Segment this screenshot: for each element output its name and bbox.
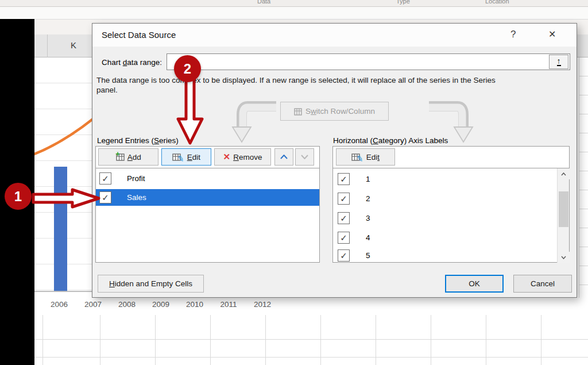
column-divider xyxy=(47,34,48,57)
ribbon-group-location: Location xyxy=(485,0,509,5)
ribbon-group-type: Type xyxy=(396,0,410,5)
move-series-down-button[interactable] xyxy=(295,148,314,166)
chart-data-range-input[interactable] xyxy=(167,53,570,70)
category-axis-listbox: ✎ Edit ✓ 1 ✓ 2 ✓ 3 ✓ 4 ✓ 5 xyxy=(332,146,570,263)
x-axis-label: 2008 xyxy=(114,300,140,309)
range-too-complex-message: The data range is too complex to be disp… xyxy=(96,75,575,95)
dialog-titlebar[interactable]: Select Data Source ? ✕ xyxy=(92,24,577,47)
curved-arrow-left xyxy=(229,101,277,148)
switch-row-column-button[interactable]: Switch Row/Column xyxy=(280,102,389,121)
pencil-icon: ✎ xyxy=(177,153,185,164)
ribbon-group-data: Data xyxy=(257,0,270,5)
scrollbar-thumb[interactable] xyxy=(559,191,568,227)
hidden-cells-label: Hidden and Empty Cells xyxy=(109,279,192,288)
category-label: 2 xyxy=(366,194,370,203)
category-label: 1 xyxy=(366,175,370,183)
scrollbar-up-button[interactable] xyxy=(558,168,570,179)
category-row[interactable]: ✓ 2 xyxy=(333,190,569,208)
close-icon[interactable]: ✕ xyxy=(548,29,556,40)
annotation-step-1-badge: 1 xyxy=(5,183,32,210)
remove-label: Remove xyxy=(233,153,262,162)
collapse-dialog-button[interactable]: ↑ xyxy=(549,55,568,69)
collapse-arrow-icon: ↑ xyxy=(557,57,561,66)
x-axis-label: 2011 xyxy=(216,300,241,309)
checkbox-checked[interactable]: ✓ xyxy=(338,249,350,262)
plus-icon: + xyxy=(115,149,120,158)
series-row-profit[interactable]: ✓ Profit xyxy=(96,170,319,187)
category-axis-labels-label: Horizontal (Category) Axis Labels xyxy=(333,136,448,145)
add-label: Add xyxy=(127,153,141,162)
scrollbar[interactable] xyxy=(557,168,569,263)
add-series-button[interactable]: + Add xyxy=(98,148,158,166)
worksheet-gridlines-right xyxy=(579,57,588,298)
checkbox-checked[interactable]: ✓ xyxy=(338,193,350,205)
toolbar-separator xyxy=(96,168,319,168)
chevron-up-icon xyxy=(561,172,566,176)
category-label: 4 xyxy=(366,233,370,242)
category-row[interactable]: ✓ 1 xyxy=(333,170,569,188)
select-data-source-dialog: Select Data Source ? ✕ Chart data range:… xyxy=(92,23,577,298)
x-axis-label: 2007 xyxy=(80,300,106,309)
legend-entries-listbox: + Add ✎ Edit ✕ Remove xyxy=(95,146,320,263)
pencil-icon: ✎ xyxy=(356,153,364,164)
chevron-down-icon xyxy=(301,155,308,159)
legend-entries-label: Legend Entries (Series) xyxy=(97,136,179,145)
annotation-arrow-1 xyxy=(29,187,103,210)
hidden-and-empty-cells-button[interactable]: Hidden and Empty Cells xyxy=(98,275,204,293)
worksheet-gridlines-bottom xyxy=(34,315,588,365)
x-axis-label: 2010 xyxy=(182,300,207,309)
series-label: Profit xyxy=(127,174,145,183)
category-row[interactable]: ✓ 3 xyxy=(333,209,569,227)
x-axis-label: 2009 xyxy=(148,300,173,309)
edit-categories-label: Edit xyxy=(366,153,380,162)
x-axis-label: 2012 xyxy=(250,300,275,309)
remove-series-button[interactable]: ✕ Remove xyxy=(214,148,271,166)
switch-grid-icon xyxy=(294,107,303,116)
column-header-k[interactable]: K xyxy=(62,40,85,50)
help-icon[interactable]: ? xyxy=(510,29,516,40)
edit-categories-button[interactable]: ✎ Edit xyxy=(336,148,395,166)
category-row[interactable]: ✓ 5 xyxy=(333,247,569,262)
category-row[interactable]: ✓ 4 xyxy=(333,229,569,247)
chart-line-profit[interactable] xyxy=(34,57,94,292)
toolbar-separator xyxy=(333,168,569,168)
formula-bar-band xyxy=(0,7,588,20)
cancel-button[interactable]: Cancel xyxy=(513,275,572,293)
series-label: Sales xyxy=(127,193,146,202)
remove-x-icon: ✕ xyxy=(223,152,231,162)
chart-data-range-label: Chart data range: xyxy=(102,58,162,67)
switch-row-column-label: Switch Row/Column xyxy=(305,107,375,116)
x-axis-label: 2006 xyxy=(47,300,72,309)
series-row-sales[interactable]: ✓ Sales xyxy=(96,189,319,206)
checkbox-checked[interactable]: ✓ xyxy=(338,173,350,185)
ok-button[interactable]: OK xyxy=(445,275,504,293)
checkbox-checked[interactable]: ✓ xyxy=(338,232,350,244)
annotation-arrow-2 xyxy=(175,78,205,148)
edit-label: Edit xyxy=(187,153,200,162)
chevron-down-icon xyxy=(561,256,566,259)
checkbox-checked[interactable]: ✓ xyxy=(99,172,111,185)
scrollbar-down-button[interactable] xyxy=(558,252,570,263)
dialog-title: Select Data Source xyxy=(102,30,176,40)
category-label: 5 xyxy=(366,251,370,260)
chevron-up-icon xyxy=(280,155,288,159)
move-series-up-button[interactable] xyxy=(274,148,293,166)
checkbox-checked[interactable]: ✓ xyxy=(338,212,350,224)
ribbon-strip: Data Type Location xyxy=(0,0,588,7)
annotation-step-2-badge: 2 xyxy=(174,55,201,82)
category-label: 3 xyxy=(366,214,370,222)
edit-series-button[interactable]: ✎ Edit xyxy=(161,148,211,166)
